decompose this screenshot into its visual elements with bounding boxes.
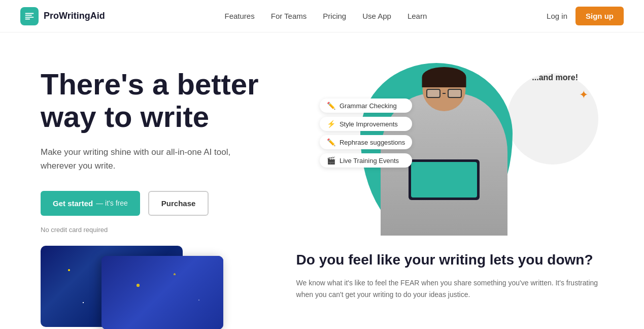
image-stack: My idea in my head (41, 246, 223, 329)
nav-item-pricing[interactable]: Pricing (323, 12, 346, 21)
chip-rephrase-icon: ✏️ (327, 138, 335, 146)
chip-rephrase-label: Rephrase suggestions (340, 139, 405, 146)
chip-training-label: Live Training Events (340, 157, 399, 164)
chip-style-icon: ⚡ (327, 120, 335, 128)
chip-training: 🎬 Live Training Events (320, 153, 412, 168)
hero-section: There's a better way to write Make your … (0, 32, 644, 236)
hero-left: There's a better way to write Make your … (41, 58, 350, 234)
chip-rephrase: ✏️ Rephrase suggestions (320, 135, 412, 149)
hero-title: There's a better way to write (41, 68, 350, 133)
person-hair (422, 67, 466, 87)
nav-item-features[interactable]: Features (225, 12, 255, 21)
bottom-description: We know what it's like to feel the FEAR … (296, 277, 603, 300)
glasses-right (448, 89, 462, 98)
nav-link-for-teams[interactable]: For Teams (271, 12, 307, 20)
nav-links: Features For Teams Pricing Use App Learn (225, 12, 427, 21)
star-decoration: ✦ (579, 88, 588, 102)
purchase-button[interactable]: Purchase (148, 191, 209, 216)
circle-decoration (507, 73, 598, 164)
login-button[interactable]: Log in (547, 12, 567, 20)
hero-title-line1: There's a better (41, 68, 259, 101)
and-more-text: ...and more! (532, 73, 578, 82)
chip-grammar: ✏️ Grammar Checking (320, 98, 412, 113)
laptop (409, 159, 480, 200)
no-credit-card-text: No credit card required (41, 226, 350, 234)
logo-svg (24, 11, 35, 22)
nav-link-pricing[interactable]: Pricing (323, 12, 346, 20)
starry-night-front (101, 256, 223, 329)
hero-title-line2: way to write (41, 100, 209, 133)
glasses-left (426, 89, 440, 98)
glasses-bridge (443, 93, 446, 94)
hero-subtitle: Make your writing shine with our all-in-… (41, 145, 254, 173)
bottom-section: My idea in my head Do you feel like your… (0, 236, 644, 329)
nav-item-for-teams[interactable]: For Teams (271, 12, 307, 21)
nav-item-use-app[interactable]: Use App (362, 12, 391, 21)
feature-chips: ✏️ Grammar Checking ⚡ Style Improvements… (320, 98, 412, 168)
chip-grammar-label: Grammar Checking (340, 102, 397, 110)
bottom-title: Do you feel like your writing lets you d… (296, 251, 603, 269)
get-started-suffix: — it's free (96, 199, 128, 207)
main-nav: ProWritingAid Features For Teams Pricing… (0, 0, 644, 32)
get-started-label: Get started (53, 199, 93, 208)
chip-grammar-icon: ✏️ (327, 102, 335, 110)
logo-icon (20, 7, 39, 25)
bottom-left: My idea in my head (41, 246, 266, 329)
logo-link[interactable]: ProWritingAid (20, 7, 105, 25)
brand-name: ProWritingAid (44, 11, 105, 21)
signup-button[interactable]: Sign up (575, 7, 624, 25)
nav-link-features[interactable]: Features (225, 12, 255, 20)
image-front (101, 256, 223, 329)
nav-actions: Log in Sign up (547, 7, 624, 25)
bottom-right: Do you feel like your writing lets you d… (296, 246, 603, 300)
chip-training-icon: 🎬 (327, 156, 335, 164)
chip-style: ⚡ Style Improvements (320, 117, 412, 131)
chip-style-label: Style Improvements (340, 120, 398, 128)
laptop-screen (411, 162, 477, 198)
nav-item-learn[interactable]: Learn (408, 12, 427, 21)
nav-link-use-app[interactable]: Use App (362, 12, 391, 20)
get-started-button[interactable]: Get started — it's free (41, 191, 140, 216)
hero-right: ✏️ Grammar Checking ⚡ Style Improvements… (350, 58, 603, 231)
nav-link-learn[interactable]: Learn (408, 12, 427, 20)
hero-buttons: Get started — it's free Purchase (41, 191, 350, 216)
person-glasses (426, 88, 462, 98)
